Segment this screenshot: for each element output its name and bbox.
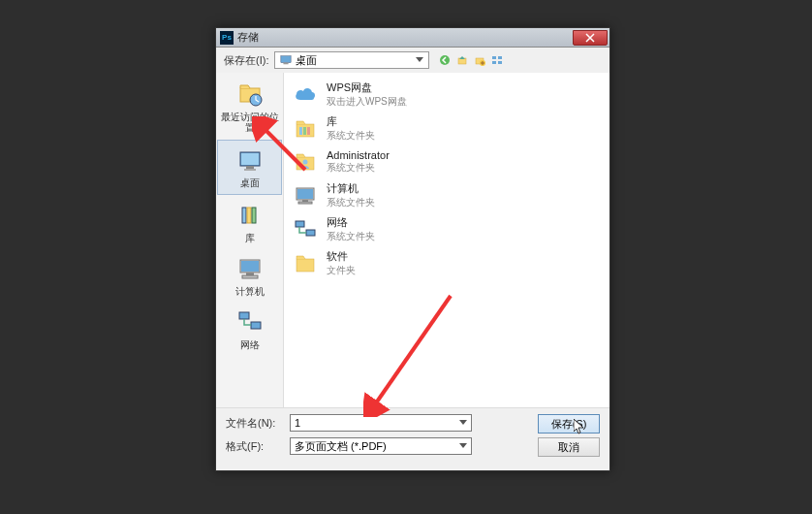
filename-label: 文件名(N): xyxy=(226,416,284,431)
svg-rect-9 xyxy=(498,61,502,64)
photoshop-icon: Ps xyxy=(220,31,234,45)
svg-rect-6 xyxy=(492,56,496,59)
file-name: 计算机 xyxy=(327,181,375,196)
network-icon xyxy=(292,216,319,243)
computer-icon xyxy=(292,182,319,209)
file-list[interactable]: WPS网盘 双击进入WPS网盘 库 系统文件夹 Administrator xyxy=(284,73,609,407)
svg-rect-36 xyxy=(306,230,315,236)
svg-rect-26 xyxy=(299,127,302,135)
content-area: 最近访问的位置 桌面 库 计算机 xyxy=(216,73,609,407)
save-in-label: 保存在(I): xyxy=(224,53,268,68)
desktop-icon xyxy=(234,145,265,176)
file-name: 库 xyxy=(327,114,375,129)
svg-rect-27 xyxy=(303,127,306,135)
format-value: 多页面文档 (*.PDF) xyxy=(295,439,387,454)
dropdown-arrow-icon xyxy=(459,420,467,426)
svg-rect-28 xyxy=(307,127,310,135)
toolbar-button-group xyxy=(437,52,505,68)
sidebar-item-label: 库 xyxy=(245,233,255,243)
desktop-icon xyxy=(279,54,293,66)
sidebar-item-computer[interactable]: 计算机 xyxy=(216,249,283,303)
library-icon xyxy=(234,200,265,231)
svg-rect-17 xyxy=(247,208,251,223)
svg-point-2 xyxy=(440,55,450,65)
view-menu-button[interactable] xyxy=(489,52,505,68)
location-dropdown[interactable]: 桌面 xyxy=(274,51,429,69)
up-button[interactable] xyxy=(454,52,470,68)
file-subtitle: 双击进入WPS网盘 xyxy=(327,95,407,109)
sidebar-item-label: 网络 xyxy=(240,339,260,350)
filename-input[interactable]: 1 xyxy=(290,414,472,432)
sidebar-item-label: 计算机 xyxy=(235,286,265,297)
location-toolbar: 保存在(I): 桌面 xyxy=(216,48,609,73)
svg-rect-34 xyxy=(298,202,312,204)
format-label: 格式(F): xyxy=(226,439,284,454)
network-icon xyxy=(234,306,265,337)
svg-rect-16 xyxy=(242,208,246,223)
cloud-icon xyxy=(292,81,319,109)
file-subtitle: 系统文件夹 xyxy=(327,161,390,175)
dropdown-arrow-icon xyxy=(459,443,467,449)
format-dropdown[interactable]: 多页面文档 (*.PDF) xyxy=(290,437,472,455)
user-folder-icon xyxy=(292,148,319,176)
svg-rect-23 xyxy=(239,312,249,319)
file-subtitle: 文件夹 xyxy=(327,264,356,277)
sidebar-item-recent[interactable]: 最近访问的位置 xyxy=(216,75,283,139)
sidebar-item-label: 桌面 xyxy=(240,177,260,188)
cancel-button[interactable]: 取消 xyxy=(538,437,600,457)
titlebar: Ps 存储 xyxy=(216,28,609,48)
close-icon xyxy=(585,33,595,43)
new-folder-button[interactable] xyxy=(472,52,487,68)
svg-rect-32 xyxy=(297,189,313,199)
svg-rect-15 xyxy=(244,169,256,171)
svg-rect-18 xyxy=(252,208,256,223)
svg-rect-13 xyxy=(241,153,259,165)
file-item-computer[interactable]: 计算机 系统文件夹 xyxy=(288,179,606,211)
sidebar-item-libraries[interactable]: 库 xyxy=(216,196,283,249)
svg-point-30 xyxy=(303,160,308,165)
file-subtitle: 系统文件夹 xyxy=(327,230,375,243)
svg-rect-22 xyxy=(242,275,258,278)
dialog-title: 存储 xyxy=(237,30,259,45)
svg-rect-1 xyxy=(284,63,289,65)
recent-places-icon xyxy=(234,79,265,110)
save-button[interactable]: 保存(S) xyxy=(538,414,600,434)
svg-rect-8 xyxy=(492,61,496,64)
svg-rect-0 xyxy=(281,56,291,63)
places-sidebar: 最近访问的位置 桌面 库 计算机 xyxy=(216,73,284,407)
filename-value: 1 xyxy=(295,417,300,429)
svg-rect-7 xyxy=(498,56,502,59)
location-value: 桌面 xyxy=(296,53,317,68)
file-subtitle: 系统文件夹 xyxy=(327,129,375,143)
back-button[interactable] xyxy=(437,52,453,68)
file-subtitle: 系统文件夹 xyxy=(327,196,375,209)
save-dialog: Ps 存储 保存在(I): 桌面 xyxy=(215,27,610,471)
file-item-library[interactable]: 库 系统文件夹 xyxy=(288,112,606,145)
svg-rect-14 xyxy=(246,166,254,169)
titlebar-left: Ps 存储 xyxy=(220,30,259,45)
file-item-wps[interactable]: WPS网盘 双击进入WPS网盘 xyxy=(288,79,606,111)
folder-icon xyxy=(292,250,319,277)
svg-rect-35 xyxy=(296,221,304,227)
file-name: WPS网盘 xyxy=(327,80,407,95)
dropdown-arrow-icon xyxy=(415,57,424,63)
svg-rect-24 xyxy=(251,322,261,329)
file-item-software[interactable]: 软件 文件夹 xyxy=(288,247,606,279)
form-area: 文件名(N): 1 格式(F): 多页面文档 (*.PDF) 保存(S) 取消 xyxy=(216,407,609,470)
svg-rect-20 xyxy=(241,261,259,272)
file-name: 软件 xyxy=(327,249,356,264)
sidebar-item-label: 最近访问的位置 xyxy=(218,112,281,133)
library-icon xyxy=(292,115,319,143)
file-item-admin[interactable]: Administrator 系统文件夹 xyxy=(288,146,606,177)
computer-icon xyxy=(234,253,265,284)
file-name: Administrator xyxy=(327,149,390,161)
file-name: 网络 xyxy=(327,215,375,230)
sidebar-item-desktop[interactable]: 桌面 xyxy=(217,140,282,195)
file-item-network[interactable]: 网络 系统文件夹 xyxy=(288,213,606,245)
svg-rect-37 xyxy=(297,259,314,272)
close-button[interactable] xyxy=(573,30,608,46)
sidebar-item-network[interactable]: 网络 xyxy=(216,303,283,356)
